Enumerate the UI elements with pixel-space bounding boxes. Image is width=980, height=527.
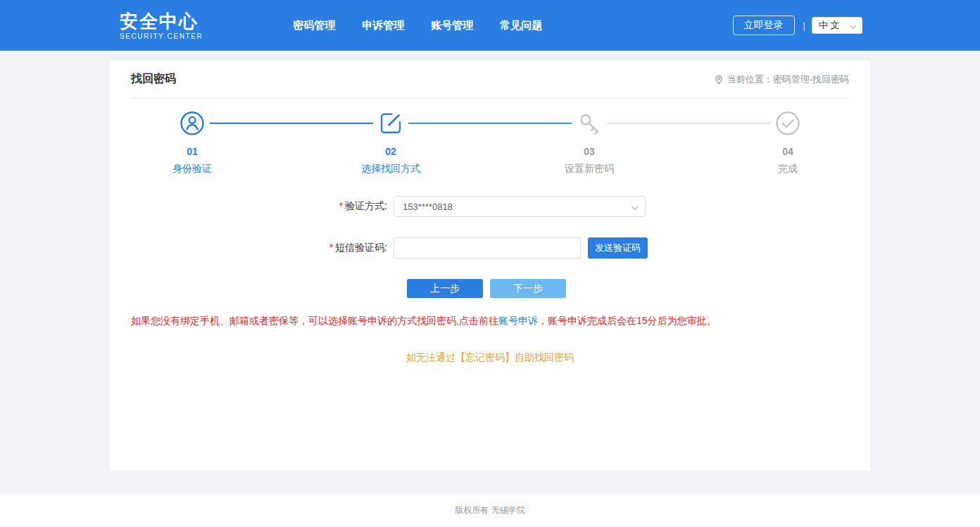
verification-method-label: *验证方式: <box>260 200 387 213</box>
edit-icon <box>378 111 403 136</box>
required-mark: * <box>339 200 343 211</box>
appeal-note-text: 如果您没有绑定手机、邮箱或者密保等，可以选择账号申诉的方式找回密码,点击前往 <box>131 315 498 326</box>
header-divider: | <box>803 20 805 31</box>
sms-code-row: *短信验证码: 发送验证码 <box>131 237 849 259</box>
main-card: 找回密码 当前位置：密码管理-找回密码 01 身份验证 <box>110 61 870 471</box>
key-icon <box>577 111 602 136</box>
step-identity-verification: 01 身份验证 <box>161 111 224 175</box>
page-title: 找回密码 <box>131 72 176 87</box>
step-complete: 04 完成 <box>756 111 819 175</box>
verification-method-row: *验证方式: 153****0818 <box>131 196 849 217</box>
nav-item-account-management[interactable]: 账号管理 <box>429 15 475 37</box>
main-nav: 密码管理 申诉管理 账号管理 常见问题 <box>291 15 544 37</box>
breadcrumb-text: 当前位置：密码管理-找回密码 <box>727 73 849 86</box>
breadcrumb: 当前位置：密码管理-找回密码 <box>714 73 849 86</box>
login-button[interactable]: 立即登录 <box>733 16 795 35</box>
user-icon <box>180 111 205 136</box>
recovery-form: *验证方式: 153****0818 *短信验证码: 发送验证码 上一步 下一步 <box>131 196 849 298</box>
required-mark: * <box>329 242 333 253</box>
step-label: 设置新密码 <box>565 163 614 175</box>
send-code-button[interactable]: 发送验证码 <box>588 237 648 259</box>
appeal-note-text-after: ，账号申诉完成后会在15分后为您审批。 <box>538 315 717 326</box>
step-choose-method: 02 选择找回方式 <box>359 111 422 175</box>
chevron-down-icon <box>631 202 639 211</box>
verification-method-value: 153****0818 <box>403 202 631 212</box>
step-number: 01 <box>187 146 198 157</box>
footer: 版权所有 无锡学院 <box>0 493 980 527</box>
step-number: 03 <box>584 146 595 157</box>
step-connector <box>210 123 373 124</box>
steps-indicator: 01 身份验证 02 选择找回方式 03 设置新密码 <box>131 111 849 175</box>
language-value: 中 文 <box>819 19 849 32</box>
nav-item-password-management[interactable]: 密码管理 <box>291 15 337 37</box>
step-set-new-password: 03 设置新密码 <box>558 111 621 175</box>
step-connector <box>607 123 770 124</box>
logo-title: 安全中心 <box>120 11 203 32</box>
previous-step-button[interactable]: 上一步 <box>407 279 483 298</box>
next-step-button[interactable]: 下一步 <box>490 279 566 298</box>
step-label: 身份验证 <box>172 163 212 175</box>
nav-item-appeal-management[interactable]: 申诉管理 <box>360 15 406 37</box>
sms-code-label: *短信验证码: <box>260 242 387 254</box>
step-connector <box>408 123 572 124</box>
location-pin-icon <box>714 75 724 85</box>
appeal-note: 如果您没有绑定手机、邮箱或者密保等，可以选择账号申诉的方式找回密码,点击前往账号… <box>131 314 849 328</box>
logo[interactable]: 安全中心 SECURITY CENTER <box>120 11 203 40</box>
step-label: 选择找回方式 <box>361 163 420 175</box>
language-select[interactable]: 中 文 <box>812 17 862 34</box>
header: 安全中心 SECURITY CENTER 密码管理 申诉管理 账号管理 常见问题… <box>0 0 980 51</box>
sms-code-input[interactable] <box>394 237 581 259</box>
check-circle-icon <box>775 111 800 136</box>
verification-method-select[interactable]: 153****0818 <box>394 196 646 217</box>
copyright-text: 版权所有 无锡学院 <box>455 504 524 516</box>
chevron-down-icon <box>849 21 857 30</box>
header-right: 立即登录 | 中 文 <box>733 16 862 35</box>
account-appeal-link[interactable]: 账号申诉 <box>498 315 538 326</box>
step-number: 04 <box>782 146 793 157</box>
card-header: 找回密码 当前位置：密码管理-找回密码 <box>131 61 849 99</box>
step-number: 02 <box>385 146 396 157</box>
help-note: 如无法通过【忘记密码】自助找回密码 <box>131 352 849 364</box>
logo-subtitle: SECURITY CENTER <box>120 32 203 40</box>
step-buttons: 上一步 下一步 <box>131 279 849 298</box>
step-label: 完成 <box>778 163 798 175</box>
nav-item-faq[interactable]: 常见问题 <box>498 15 544 37</box>
